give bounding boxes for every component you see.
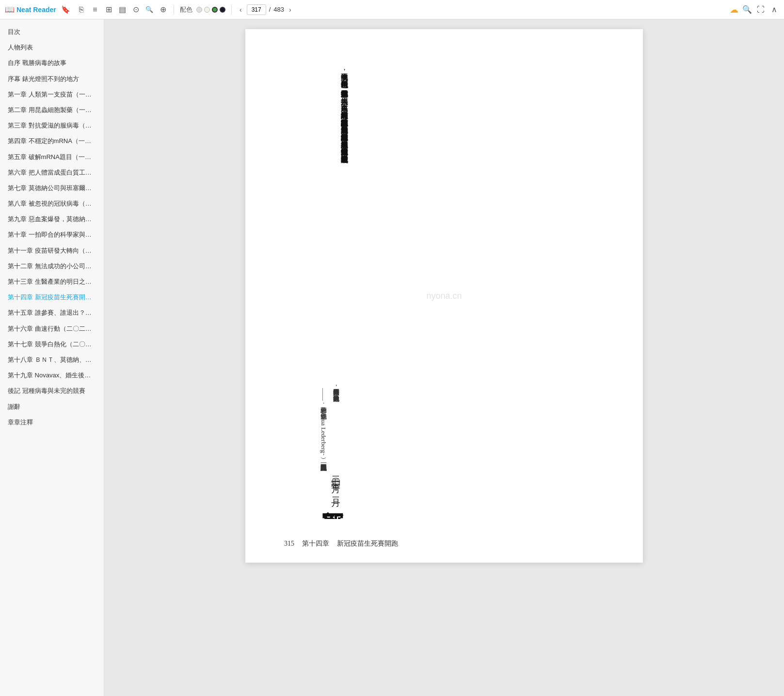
- footer-title: 新冠疫苗生死賽開跑: [337, 539, 398, 548]
- quote-attribution: —— 約書亞．賴德堡（Joshua Lederberg），一九五八年諾貝爾生醫獎…: [317, 388, 330, 459]
- copy-icon[interactable]: ⎘: [77, 5, 86, 15]
- footer-page-num: 315: [284, 540, 294, 548]
- sidebar-item-ch5[interactable]: 第五章 破解mRNA題目（一九九七…: [0, 149, 104, 165]
- sidebar-item-ch17[interactable]: 第十七章 競爭白熱化（二〇二〇年春夏）: [0, 337, 104, 352]
- watermark: nyona.cn: [426, 291, 462, 301]
- toolbar: 📖 Neat Reader 🔖 ⎘ ≡ ⊞ ▤ ⊙ 🔍 ⊕ 配色 ‹ / 483…: [0, 0, 784, 19]
- sidebar-item-ch6[interactable]: 第六章 把人體當成蛋白質工廠（二〇〇…: [0, 165, 104, 180]
- add-circle-icon[interactable]: ⊕: [158, 5, 168, 15]
- sidebar-item-ch19[interactable]: 第十九章 Novavax、婚生後來居上（…: [0, 368, 104, 383]
- chapter-number: 第十四章: [344, 515, 353, 519]
- list-icon[interactable]: ▤: [117, 5, 127, 15]
- app-brand: 📖 Neat Reader 🔖: [5, 5, 73, 14]
- sidebar-item-ch15[interactable]: 第十五章 誰參賽、誰退出？（二〇二〇…: [0, 305, 104, 321]
- menu-icon[interactable]: ≡: [90, 5, 100, 15]
- chapter-date: 二〇二〇年一月—二月: [284, 469, 342, 493]
- sidebar-item-epilogue[interactable]: 後記 冠種病毒與未完的競賽: [0, 383, 104, 399]
- brand-name: Neat Reader: [16, 6, 56, 14]
- sidebar-item-ch7[interactable]: 第七章 莫德納公司與班塞爾的野心（…: [0, 180, 104, 196]
- sidebar-item-toc[interactable]: 目次: [0, 24, 104, 40]
- color-dot-dark[interactable]: [220, 7, 225, 13]
- sidebar-item-preface[interactable]: 自序 戰勝病毒的故事: [0, 55, 104, 71]
- quote-text: 人類要持續稱霸世界，最大的挑戰是病毒。: [330, 384, 342, 459]
- sidebar-item-ch3[interactable]: 第三章 對抗愛滋的服病毒（一九九六…: [0, 118, 104, 133]
- color-dot-white[interactable]: [196, 7, 202, 13]
- brand-icon: 📖: [5, 5, 15, 14]
- total-pages: 483: [273, 6, 284, 13]
- color-dot-green[interactable]: [212, 7, 218, 13]
- color-label: 配色: [180, 5, 192, 14]
- sidebar-item-ch18[interactable]: 第十八章 ＢＮＴ、莫德納、ＡＺ奪得…: [0, 352, 104, 368]
- sidebar-item-acknowledgements[interactable]: 謝辭: [0, 399, 104, 415]
- search-circle-icon[interactable]: ⊙: [131, 5, 141, 15]
- main-layout: 目次 人物列表 自序 戰勝病毒的故事 序幕 錶光燈照不到的地方 第一章 人類第一…: [0, 0, 784, 696]
- next-page-button[interactable]: ›: [287, 5, 293, 15]
- page-separator: /: [269, 6, 271, 13]
- sidebar-item-ch10[interactable]: 第十章 一拍即合的科學家與億萬富家…: [0, 227, 104, 243]
- page-navigation: ‹ / 483 ›: [238, 4, 293, 15]
- prev-page-button[interactable]: ‹: [238, 5, 244, 15]
- collapse-icon[interactable]: ∧: [769, 5, 779, 15]
- sidebar-item-ch1[interactable]: 第一章 人類第一支疫苗（一九七九年—…: [0, 87, 104, 102]
- search-icon[interactable]: 🔍: [742, 5, 752, 15]
- paragraph2: 武漢是中國中部湖北省的首都，幅員廣大，人口高達一千一百萬，約等同紐約和芝加哥的人…: [341, 84, 349, 157]
- quote-author: 約書亞．賴德堡（Joshua Lederberg），一九五八年諾貝爾生醫獎得主: [320, 402, 327, 459]
- zoom-out-icon[interactable]: 🔍: [144, 5, 154, 15]
- sidebar-item-notes[interactable]: 章章注釋: [0, 415, 104, 430]
- sidebar: 目次 人物列表 自序 戰勝病毒的故事 序幕 錶光燈照不到的地方 第一章 人類第一…: [0, 19, 104, 696]
- main-wrapper: nyona.cn 第十四章 新冠疫苗生死賽開跑 二〇二〇年一月—二月 人類要持續…: [104, 19, 784, 696]
- toolbar-right: ☁ 🔍 ⛶ ∧: [730, 4, 779, 15]
- sidebar-item-ch11[interactable]: 第十一章 疫苗研發大轉向（二〇〇九…: [0, 243, 104, 259]
- quote-dash: ——: [320, 388, 327, 401]
- sidebar-item-ch9[interactable]: 第九章 惡血案爆發，莫德納受疑（二〇…: [0, 211, 104, 227]
- sidebar-item-ch4[interactable]: 第四章 不穩定的mRNA（一九八八…: [0, 133, 104, 149]
- body-text: 武漢美不勝收，但同時也危機四伏。 武漢是中國中部湖北省的首都，幅員廣大，人口高達…: [284, 68, 352, 374]
- scroll-area[interactable]: nyona.cn 第十四章 新冠疫苗生死賽開跑 二〇二〇年一月—二月 人類要持續…: [104, 19, 784, 696]
- separator1: [174, 5, 174, 15]
- page-number-input[interactable]: [247, 4, 266, 15]
- sidebar-item-prologue[interactable]: 序幕 錶光燈照不到的地方: [0, 71, 104, 87]
- bookmark-icon[interactable]: 🔖: [61, 5, 70, 14]
- sidebar-item-characters[interactable]: 人物列表: [0, 40, 104, 55]
- separator2: [231, 5, 232, 15]
- page-footer: 315 第十四章 新冠疫苗生死賽開跑: [284, 539, 604, 548]
- sidebar-item-ch8[interactable]: 第八章 被忽視的冠狀病毒（二〇一五年…: [0, 196, 104, 211]
- color-dot-sepia[interactable]: [204, 7, 210, 13]
- chapter-title: 新冠疫苗生死賽開跑: [321, 493, 344, 519]
- footer-chapter: 第十四章: [302, 539, 329, 548]
- sidebar-item-ch12[interactable]: 第十二章 無法成功的小公司（二〇〇五…: [0, 259, 104, 274]
- paragraph1: 武漢美不勝收，但同時也危機四伏。: [341, 68, 349, 82]
- sidebar-item-ch16[interactable]: 第十六章 曲速行動（二〇二〇年二月—…: [0, 321, 104, 337]
- cloud-sync-icon[interactable]: ☁: [730, 4, 738, 15]
- sidebar-item-ch14[interactable]: 第十四章 新冠疫苗生死賽開跑（二〇二…: [0, 290, 104, 305]
- sidebar-item-ch13[interactable]: 第十三章 生醫產業的明日之星（二〇一…: [0, 274, 104, 290]
- fullscreen-icon[interactable]: ⛶: [756, 5, 766, 15]
- sidebar-item-ch2[interactable]: 第二章 用昆蟲細胞製藥（一九八五年—…: [0, 102, 104, 118]
- book-page: nyona.cn 第十四章 新冠疫苗生死賽開跑 二〇二〇年一月—二月 人類要持續…: [245, 29, 643, 563]
- color-dots-group: [196, 7, 225, 13]
- grid-icon[interactable]: ⊞: [104, 5, 113, 15]
